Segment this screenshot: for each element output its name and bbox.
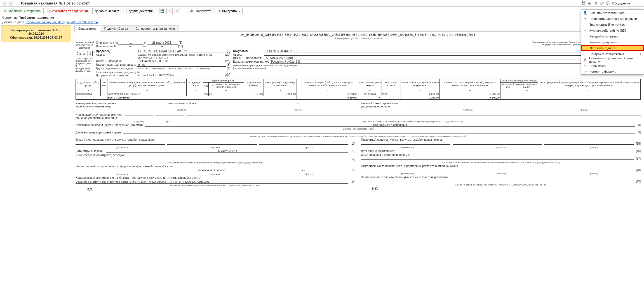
- status-box: 2: [88, 51, 93, 56]
- export-icon: ⬇: [218, 9, 221, 13]
- menu-transport-container[interactable]: Транспортный контейнер: [581, 22, 644, 27]
- other-actions-button[interactable]: Другие действия: [126, 8, 158, 14]
- export-button[interactable]: ⬇Выгрузить: [216, 8, 243, 14]
- tabs: Содержимое Подписи (0 из 1) Сопроводител…: [74, 25, 642, 32]
- content-area: Содержимое Подписи (0 из 1) Сопроводител…: [72, 24, 644, 193]
- add-packet-button[interactable]: Добавить в пакет: [92, 8, 125, 14]
- menu-mark-delete[interactable]: ✖Пометить на удаление / Снять пометку: [581, 57, 644, 63]
- refresh-icon[interactable]: ⟳: [174, 8, 180, 14]
- form-icon: ▭: [583, 70, 587, 73]
- menu-change-responsible[interactable]: 👤Сменить ответственного: [581, 10, 644, 16]
- menu-check-signatures[interactable]: ✔Проверить электронные подписи: [581, 16, 644, 22]
- favorite-star[interactable]: ☆: [15, 1, 19, 6]
- chevron-right-icon: ▸: [640, 53, 641, 55]
- goods-table: Код товара/ работ, услуг № п/п Наименова…: [76, 79, 641, 100]
- more-icon[interactable]: ⋮: [632, 1, 636, 6]
- sender-info-panel: Информация отправителя № 1 от 26.03.2024…: [1, 25, 71, 42]
- context-menu: 👤Сменить ответственного ✔Проверить элект…: [581, 10, 644, 75]
- menu-send-settings[interactable]: Настройки отправки: [581, 33, 644, 39]
- title-bar: ← → ☆ Товарная накладная № 1 от 26.03.20…: [0, 0, 644, 7]
- appendix-note: Приложение № 1 к постановлению Правитель…: [235, 41, 641, 48]
- sign-send-button[interactable]: ✎Подписать и отправить: [2, 8, 44, 14]
- discussion-icon[interactable]: 💬: [606, 1, 610, 6]
- hierarchy-icon[interactable]: ⛬: [166, 8, 173, 14]
- list-icon: ≡: [583, 29, 587, 32]
- stamp-right: М.П.: [372, 187, 641, 190]
- save-action-icon[interactable]: 💾: [159, 8, 165, 14]
- doc-id: ON_NSCHFDOPPR_2AE88F7B46A-88C0-4A71-BD87…: [74, 33, 642, 37]
- discussion-label[interactable]: Обсуждение: [612, 2, 630, 5]
- close-icon[interactable]: ×: [638, 1, 642, 6]
- stamp-left: М.П.: [87, 188, 355, 191]
- menu-reread[interactable]: ⟳Перечитать: [581, 63, 644, 69]
- sign-icon: ✎: [4, 9, 7, 13]
- reject-icon: ⊘: [47, 9, 50, 13]
- save-icon[interactable]: 💾: [581, 1, 586, 6]
- table-row: 00000000014 1 Торт "Фрекен бок", Алпис™ …: [76, 92, 641, 96]
- link-icon[interactable]: 🔗: [600, 1, 604, 6]
- nav-forward[interactable]: →: [8, 1, 13, 6]
- check-icon: ✔: [583, 17, 587, 20]
- doc-id-caption: идентификатор электронного документа: [74, 37, 642, 40]
- menu-change-form[interactable]: ▭Изменить форму...: [581, 69, 644, 74]
- doc-link-row: Документ учета: Товарная накладная (Исхо…: [0, 20, 644, 24]
- window-title: Товарная накладная № 1 от 26.03.2024: [20, 1, 581, 5]
- menu-display-settings[interactable]: Настройка отображения▸: [581, 51, 644, 57]
- upd-status-note: 1 – счет-фактура и передаточный документ…: [76, 57, 94, 72]
- doc-account-link[interactable]: Товарная накладная (Исходящий) 1 от 26.0…: [26, 20, 98, 24]
- tab-note[interactable]: Сопроводительная записка: [132, 25, 178, 31]
- print-button[interactable]: 🖶Распечатать: [188, 8, 215, 14]
- delete-icon: ✖: [583, 58, 587, 62]
- tab-content[interactable]: Содержимое: [74, 25, 100, 32]
- action-bar: ✎Подписать и отправить ⊘Отказаться от по…: [0, 7, 644, 15]
- report-icon[interactable]: ▤: [594, 1, 598, 6]
- user-icon: 👤: [583, 11, 587, 15]
- reject-button[interactable]: ⊘Отказаться от подписания: [45, 8, 91, 14]
- menu-edo-journal[interactable]: ≡Журнал действий по ЭДО: [581, 27, 644, 33]
- printer-icon: 🖶: [190, 9, 193, 13]
- tab-signatures[interactable]: Подписи (0 из 1): [101, 25, 131, 31]
- menu-doc-card[interactable]: Карточка документа: [581, 39, 644, 45]
- menu-load-from-disk[interactable]: Загрузить с диска: [581, 45, 644, 51]
- print-icon[interactable]: 🖶: [587, 1, 592, 6]
- refresh-menu-icon: ⟳: [583, 64, 587, 67]
- nav-back[interactable]: ←: [2, 1, 7, 6]
- upd-type: Универсальный передаточный документ: [76, 41, 94, 49]
- state-row: Состояние: Требуется подписание: [0, 15, 644, 20]
- total-row: Всего к оплате (9) 6 250,00 X 1 250,00 7…: [76, 96, 641, 100]
